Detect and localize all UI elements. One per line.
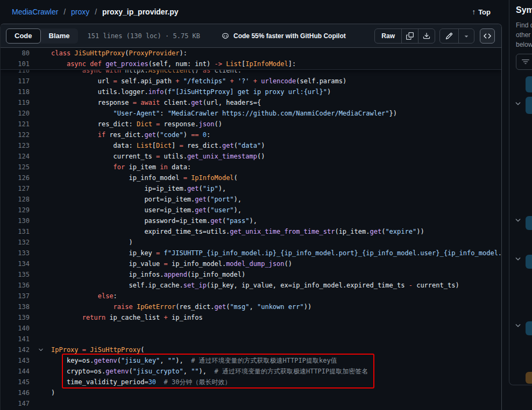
line-number[interactable]: 144 (1, 366, 35, 377)
line-number[interactable]: 141 (1, 334, 35, 344)
line-number[interactable]: 134 (1, 258, 35, 269)
symbol-item-pill[interactable] (526, 216, 532, 230)
code-line: 135 ip_infos.append(ip_info_model) (1, 269, 501, 280)
line-number[interactable]: 119 (1, 97, 35, 108)
edit-pencil-button[interactable] (440, 29, 458, 43)
code-text: ) (51, 237, 501, 248)
code-line: 120 "User-Agent": "MediaCrawler https://… (1, 108, 501, 119)
code-text: utils.logger.info(f"[JiSuHttpProxy] get … (51, 87, 501, 97)
code-text (51, 398, 501, 409)
line-gutter (35, 355, 51, 366)
line-gutter (35, 258, 51, 269)
line-number[interactable]: 147 (1, 398, 35, 409)
line-number[interactable]: 130 (1, 215, 35, 226)
line-gutter (35, 48, 51, 59)
description-line: below or in the code. (516, 40, 532, 49)
back-to-top-link[interactable]: ↑ Top (472, 8, 491, 16)
code-line: 138 raise IpGetError(res_dict.get("msg",… (1, 301, 501, 312)
line-number[interactable]: 132 (1, 237, 35, 248)
line-gutter (35, 194, 51, 205)
code-line: 145 time_validity_period=30 # 30分钟（最长时效） (1, 377, 501, 387)
line-number[interactable]: 128 (1, 194, 35, 205)
symbols-filter-button[interactable] (516, 54, 532, 70)
line-number[interactable]: 138 (1, 301, 35, 312)
line-number[interactable]: 80 (1, 48, 35, 59)
copilot-banner-text: Code 55% faster with GitHub Copilot (233, 32, 346, 40)
line-number[interactable]: 146 (1, 387, 35, 398)
breadcrumb-repo-link[interactable]: MediaCrawler (12, 8, 58, 16)
line-number[interactable]: 125 (1, 162, 35, 172)
code-viewer: 116 async with httpx.AsyncClient() as cl… (1, 48, 501, 410)
line-number[interactable]: 140 (1, 323, 35, 334)
line-gutter (35, 108, 51, 119)
code-blame-toggle: Code Blame (6, 28, 78, 44)
code-line: 130 password=ip_item.get("pass"), (1, 215, 501, 226)
line-number[interactable]: 133 (1, 248, 35, 258)
line-number[interactable]: 135 (1, 269, 35, 280)
download-button[interactable] (418, 29, 435, 43)
line-number[interactable]: 136 (1, 280, 35, 291)
code-text: ip_info_model = IpInfoModel( (51, 172, 501, 183)
breadcrumb-dir-link[interactable]: proxy (71, 8, 89, 16)
chevron-down-icon[interactable] (514, 100, 522, 107)
line-gutter (35, 130, 51, 140)
tab-code[interactable]: Code (6, 28, 41, 44)
code-text: time_validity_period=30 # 30分钟（最长时效） (51, 377, 501, 387)
line-number[interactable]: 120 (1, 108, 35, 119)
line-number[interactable]: 142 (1, 344, 35, 355)
line-number[interactable]: 129 (1, 205, 35, 215)
line-number[interactable]: 145 (1, 377, 35, 387)
line-gutter (35, 59, 51, 69)
line-number[interactable]: 131 (1, 226, 35, 237)
sticky-code-line: 101 async def get_proxies(self, num: int… (1, 59, 501, 69)
code-text: class JiSuHttpProxy(ProxyProvider): (51, 48, 501, 59)
caret-down-icon (463, 32, 470, 40)
collapse-chevron-down-icon[interactable] (35, 344, 51, 355)
symbol-item-pill[interactable] (526, 372, 532, 384)
code-text: else: (51, 291, 501, 301)
line-number[interactable]: 122 (1, 130, 35, 140)
line-number[interactable]: 137 (1, 291, 35, 301)
code-text: if res_dict.get("code") == 0: (51, 130, 501, 140)
line-number[interactable]: 126 (1, 172, 35, 183)
line-number[interactable]: 101 (1, 59, 35, 69)
line-gutter (35, 312, 51, 323)
copilot-banner[interactable]: Code 55% faster with GitHub Copilot (222, 32, 346, 40)
chevron-down-icon[interactable] (514, 322, 522, 329)
code-text: for ip_item in data: (51, 162, 501, 172)
symbol-item-pill[interactable] (526, 255, 532, 269)
chevron-down-icon[interactable] (514, 217, 522, 224)
line-number[interactable]: 121 (1, 119, 35, 130)
line-number[interactable]: 118 (1, 87, 35, 97)
tab-blame[interactable]: Blame (41, 28, 78, 44)
raw-copy-download-group: Raw (374, 28, 435, 44)
code-text: "User-Agent": "MediaCrawler https://gith… (51, 108, 501, 119)
code-text: IpProxy = JiSuHttpProxy( (51, 344, 501, 355)
raw-button[interactable]: Raw (375, 29, 401, 43)
symbol-item-pill[interactable] (526, 97, 532, 114)
line-number[interactable]: 127 (1, 183, 35, 194)
code-line: 118 utils.logger.info(f"[JiSuHttpProxy] … (1, 87, 501, 97)
file-view-container: Code Blame 151 lines (130 loc) · 5.75 KB… (0, 24, 502, 410)
copy-button[interactable] (401, 29, 418, 43)
symbol-item-pill[interactable] (526, 76, 532, 92)
edit-dropdown-button[interactable] (458, 29, 474, 43)
line-number[interactable]: 124 (1, 151, 35, 162)
line-gutter (35, 172, 51, 183)
code-line: 131 expired_time_ts=utils.get_unix_time_… (1, 226, 501, 237)
line-number[interactable]: 139 (1, 312, 35, 323)
code-text: port=ip_item.get("port"), (51, 194, 501, 205)
code-line: 123 data: List[Dict] = res_dict.get("dat… (1, 140, 501, 151)
line-gutter (35, 334, 51, 344)
code-text: return ip_cache_list + ip_infos (51, 312, 501, 323)
top-link-label: Top (478, 8, 491, 16)
symbols-panel-toggle-button[interactable] (480, 28, 495, 44)
symbol-item-pill[interactable] (526, 321, 532, 335)
line-number[interactable]: 123 (1, 140, 35, 151)
code-line: 124 current_ts = utils.get_unix_timestam… (1, 151, 501, 162)
github-file-page: MediaCrawler / proxy / proxy_ip_provider… (0, 0, 532, 410)
line-number[interactable]: 117 (1, 76, 35, 87)
code-line: 129 user=ip_item.get("user"), (1, 205, 501, 215)
line-number[interactable]: 143 (1, 355, 35, 366)
chevron-down-icon[interactable] (514, 255, 522, 263)
